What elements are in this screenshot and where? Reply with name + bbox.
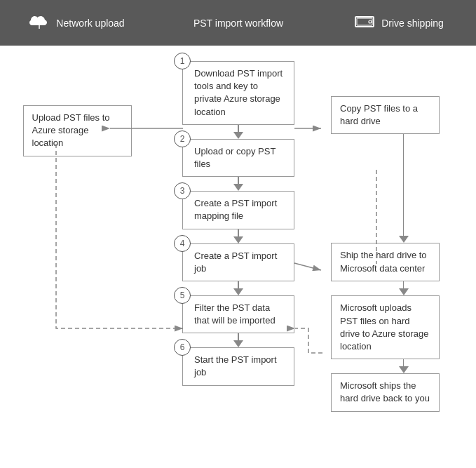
ms-uploads-wrapper: Microsoft uploads PST files on hard driv…: [331, 295, 440, 359]
step-2-circle: 2: [174, 131, 191, 147]
svg-point-3: [369, 20, 372, 23]
step-4-circle: 4: [174, 235, 191, 252]
step-6-box: Start the PST import job: [182, 347, 294, 385]
step-2-box: Upload or copy PST files: [182, 139, 294, 177]
arrow-4-5: [233, 281, 243, 295]
step-3-circle: 3: [174, 182, 191, 199]
network-upload-header: Network upload: [0, 0, 154, 46]
step-3-text: Create a PST import mapping file: [194, 198, 277, 221]
pst-workflow-body: 1 Download PST import tools and key to p…: [154, 46, 322, 468]
step-4-text: Create a PST import job: [194, 250, 277, 274]
upload-pst-box: Upload PST files to Azure storage locati…: [23, 105, 132, 156]
step-2-text: Upload or copy PST files: [194, 146, 276, 169]
step-1-text: Download PST import tools and key to pri…: [194, 68, 283, 117]
pst-workflow-title: PST import workflow: [193, 18, 283, 29]
cloud-icon: [29, 13, 49, 33]
ship-drive-box: Ship the hard drive to Microsoft data ce…: [331, 243, 440, 281]
svg-rect-2: [357, 18, 372, 25]
arrow-5-6: [233, 333, 243, 347]
step-3-wrapper: 3 Create a PST import mapping file: [182, 191, 294, 229]
step-2-wrapper: 2 Upload or copy PST files: [182, 139, 294, 177]
pst-workflow-header: PST import workflow: [154, 0, 322, 46]
drive-icon: [355, 14, 374, 32]
arrow-3-4: [233, 229, 243, 243]
step-1-wrapper: 1 Download PST import tools and key to p…: [182, 61, 294, 125]
step-5-wrapper: 5 Filter the PST data that will be impor…: [182, 295, 294, 333]
drive-shipping-title: Drive shipping: [381, 18, 444, 29]
step-6-text: Start the PST import job: [194, 354, 277, 377]
copy-pst-box: Copy PST files to a hard drive: [331, 96, 440, 134]
ship-drive-wrapper: Ship the hard drive to Microsoft data ce…: [331, 243, 440, 281]
column-drive-shipping: Drive shipping Copy PST files to a hard …: [322, 0, 476, 468]
right-arrow-2: [349, 281, 458, 295]
column-network-upload: Network upload Upload PST files to Azure…: [0, 0, 154, 468]
ship-drive-text: Ship the hard drive to Microsoft data ce…: [340, 250, 427, 273]
step-5-text: Filter the PST data that will be importe…: [194, 302, 276, 326]
right-arrow-3: [349, 359, 458, 373]
arrow-2-3: [233, 177, 243, 191]
step-5-circle: 5: [174, 287, 191, 304]
ms-ships-back-box: Microsoft ships the hard drive back to y…: [331, 373, 440, 412]
step-4-wrapper: 4 Create a PST import job: [182, 243, 294, 281]
step-3-box: Create a PST import mapping file: [182, 191, 294, 229]
drive-shipping-body: Copy PST files to a hard drive Ship the …: [322, 46, 476, 468]
copy-pst-text: Copy PST files to a hard drive: [340, 103, 418, 126]
copy-pst-wrapper: Copy PST files to a hard drive: [331, 96, 440, 134]
ms-uploads-box: Microsoft uploads PST files on hard driv…: [331, 295, 440, 359]
step-5-box: Filter the PST data that will be importe…: [182, 295, 294, 333]
column-pst-workflow: PST import workflow 1 Download PST impor…: [154, 0, 322, 468]
network-upload-title: Network upload: [56, 18, 124, 29]
step-6-wrapper: 6 Start the PST import job: [182, 347, 294, 385]
step-1-box: Download PST import tools and key to pri…: [182, 61, 294, 125]
arrow-1-2: [233, 125, 243, 139]
right-arrow-1: [349, 134, 458, 243]
drive-shipping-header: Drive shipping: [322, 0, 476, 46]
ms-uploads-text: Microsoft uploads PST files on hard driv…: [340, 302, 428, 352]
step-1-circle: 1: [174, 53, 191, 69]
step-4-box: Create a PST import job: [182, 243, 294, 281]
ms-ships-back-wrapper: Microsoft ships the hard drive back to y…: [331, 373, 440, 412]
diagram-container: Network upload Upload PST files to Azure…: [0, 0, 476, 468]
upload-pst-text: Upload PST files to Azure storage locati…: [32, 112, 110, 148]
network-upload-body: Upload PST files to Azure storage locati…: [0, 46, 154, 468]
ms-ships-back-text: Microsoft ships the hard drive back to y…: [340, 380, 430, 403]
